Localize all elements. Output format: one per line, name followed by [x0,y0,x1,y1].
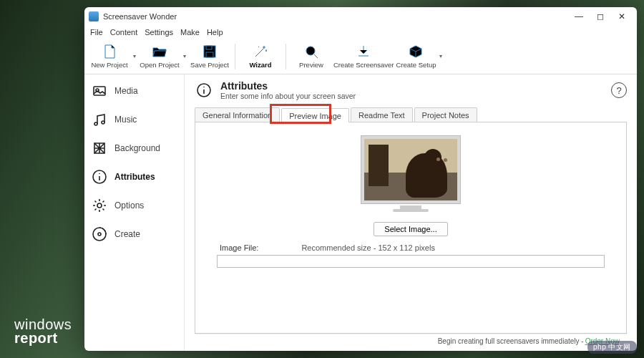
maximize-button[interactable]: ◻ [590,9,611,24]
titlebar: Screensaver Wonder — ◻ ✕ [84,7,637,26]
menu-help[interactable]: Help [207,28,223,37]
create-setup-button[interactable]: Create Setup [395,40,436,73]
tab-project-notes[interactable]: Project Notes [414,107,477,122]
file-icon [102,44,117,59]
new-project-button[interactable]: New Project [89,40,130,73]
sidebar: Media Music Background Attributes Option… [84,74,185,351]
wizard-button[interactable]: Wizard [240,40,281,73]
chevron-down-icon[interactable]: ▾ [132,53,137,59]
sidebar-item-label: Options [114,200,144,211]
tab-preview-image[interactable]: Preview Image [281,108,349,122]
svg-rect-1 [206,46,212,49]
footer-text: Begin creating full screensavers immedia… [438,337,584,345]
svg-point-10 [93,228,106,241]
sidebar-item-create[interactable]: Create [89,225,180,243]
minimize-button[interactable]: — [568,9,590,24]
sidebar-item-label: Background [114,143,160,153]
window-title: Screensaver Wonder [103,12,177,21]
menu-file[interactable]: File [90,28,103,37]
info-icon [195,81,213,100]
watermark-line2: report [14,332,72,345]
preview-monitor [361,135,461,212]
package-icon [408,44,424,59]
svg-rect-2 [206,52,213,57]
folder-open-icon [152,44,167,59]
menu-make[interactable]: Make [180,28,200,37]
sidebar-item-label: Create [114,229,140,239]
preview-image-panel: Select Image... Image File: Recommended … [195,122,627,334]
svg-point-11 [98,233,101,236]
sidebar-item-attributes[interactable]: Attributes [89,168,180,186]
music-icon [92,112,107,127]
select-image-button[interactable]: Select Image... [374,222,447,236]
menubar: File Content Settings Make Help [84,26,637,39]
overlay-stamp: php 中文网 [587,341,637,354]
open-project-button[interactable]: Open Project [139,40,180,73]
preview-thumbnail [361,135,461,204]
background-icon [92,140,107,156]
page-subtitle: Enter some info about your screen saver [220,92,356,100]
menu-content[interactable]: Content [110,28,138,37]
preview-image [364,139,457,200]
disc-icon [92,226,107,242]
tab-general-information[interactable]: General Information [195,107,280,122]
wand-icon [253,44,268,59]
sidebar-item-music[interactable]: Music [89,110,180,129]
chevron-down-icon[interactable]: ▾ [438,53,444,59]
search-icon [303,44,319,59]
tab-readme-text[interactable]: Readme Text [351,107,413,122]
app-icon [89,11,99,21]
download-icon [356,44,371,59]
media-icon [92,83,107,99]
sidebar-item-label: Media [114,86,138,96]
tabstrip: General Information Preview Image Readme… [195,107,627,122]
image-file-input[interactable] [217,255,605,268]
toolbar: New Project ▾ Open Project ▾ Save Projec… [84,39,637,74]
create-screensaver-button[interactable]: Create Screensaver [333,40,394,73]
save-project-button[interactable]: Save Project [189,40,230,73]
close-button[interactable]: ✕ [611,9,633,24]
chevron-down-icon[interactable]: ▾ [182,53,187,59]
sidebar-item-options[interactable]: Options [89,196,180,215]
toolbar-separator [286,44,286,69]
app-window: Screensaver Wonder — ◻ ✕ File Content Se… [84,7,637,351]
page-title: Attributes [220,80,356,92]
menu-settings[interactable]: Settings [145,28,173,37]
status-bar: Begin creating full screensavers immedia… [195,334,627,348]
sidebar-item-media[interactable]: Media [89,82,180,100]
sidebar-item-background[interactable]: Background [89,139,180,158]
recommended-size-label: Recommended size - 152 x 112 pixels [301,243,434,252]
svg-point-3 [306,47,315,55]
sidebar-item-label: Music [114,115,137,125]
gear-icon [92,198,107,213]
toolbar-separator [235,44,235,69]
main-panel: Attributes Enter some info about your sc… [185,74,637,351]
svg-point-6 [94,122,97,125]
preview-button[interactable]: Preview [291,40,332,73]
svg-point-7 [102,121,104,124]
save-icon [202,44,218,59]
sidebar-item-label: Attributes [114,172,155,182]
svg-point-9 [97,203,102,208]
help-button[interactable]: ? [611,82,627,98]
info-icon [92,169,107,185]
watermark-logo: windows report [14,318,72,345]
image-file-label: Image File: [220,243,258,252]
